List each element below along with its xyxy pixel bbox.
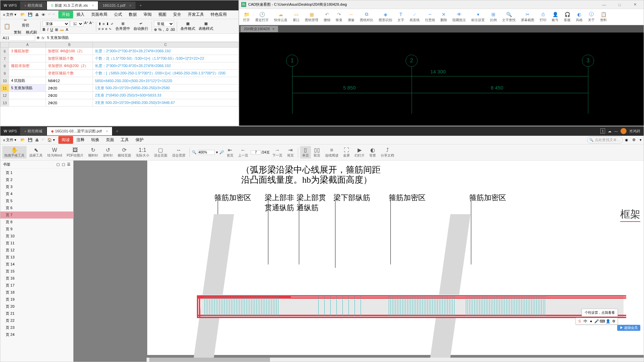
tab-daoke[interactable]: ♦稻壳商城 [20,127,46,135]
page-item[interactable]: 页 18 [0,289,73,296]
wrap-button[interactable]: ↵自动换行 [132,21,150,32]
cad-tool-图纸管理[interactable]: ▦图纸管理 [302,11,321,23]
menu-data[interactable]: 数据 [125,12,140,17]
border-button[interactable]: ⊞ [55,27,58,32]
pdf-tool-逆时针[interactable]: ↺逆时针 [101,146,115,159]
align-top-icon[interactable]: ⬆ [98,22,101,26]
view-icon[interactable]: ◉ [623,138,630,142]
pdf-tool-PDF转图片[interactable]: 🖼PDF转图片 [65,146,86,159]
cad-tool-测量[interactable]: ↔测量 [345,11,357,23]
table-row[interactable]: 9非密区箍筋个数个数：[（5850-200-250-1.5*700*2）/200… [1,70,238,77]
maximize-button[interactable]: □ [613,3,626,7]
cad-tool-图形识别[interactable]: ◈图形识别 [376,11,395,23]
page-item[interactable]: 页 13 [0,254,73,261]
bold-button[interactable]: B [43,27,45,32]
page-item[interactable]: 页 16 [0,275,73,282]
cad-tool-图纸对比[interactable]: ⧉图纸对比 [357,11,376,23]
close-icon[interactable]: × [272,27,274,31]
page-item[interactable]: 页 10 [0,233,73,240]
tab-xls[interactable]: S新建 XLS 工作表.xls× [47,1,98,10]
view-分享文档[interactable]: ⤴分享文档 [379,146,396,159]
page-item[interactable]: 页 2 [0,176,73,183]
save-icon[interactable]: 💾 [26,12,34,17]
page-item[interactable]: 页 11 [0,240,73,247]
pdf-tool-横转页面[interactable]: ⟳横转页面 [116,146,133,159]
cloud-icon[interactable]: ☁ [608,129,611,133]
cad-tool-风格[interactable]: ◐风格 [573,11,585,23]
cad-tool-撤销[interactable]: ↶撤销 [321,11,333,23]
table-row[interactable]: 132Φ203支座 500-20+15*20+(8450-200-250)/3=… [1,99,238,107]
open-icon[interactable]: 📂 [19,138,26,142]
menu-formula[interactable]: 公式 [111,12,125,17]
table-row[interactable]: 63 箍筋加密加密区 Φ8@100（2）长度：2*300+2*700-8*20+… [1,48,238,55]
tab-pdf-active[interactable]: ◆16G101-03…梁平法识图.pdf× [47,127,112,135]
menu-read[interactable]: 阅读 [58,136,73,144]
cad-tool-账号[interactable]: 👤账号 [549,11,561,23]
table-row[interactable]: 8 箍筋非加密非加密区 Φ8@200（2）长度：2*300+2*700-8*20… [1,62,238,70]
italic-button[interactable]: I [47,27,48,32]
cad-tool-打开[interactable]: 📁打开 [240,11,253,23]
page-item[interactable]: 页 14 [0,261,73,268]
cad-tool-屏幕截图[interactable]: ✂屏幕截图 [518,11,537,23]
pdf-tool-实际大小[interactable]: 1:1实际大小 [134,146,151,159]
view-单页[interactable]: ▯单页 [300,146,311,159]
fill-color-icon[interactable]: ▬ [60,27,64,32]
page-item[interactable]: 页 8 [0,219,73,226]
table-row[interactable]: 115 支座加强筋2Φ201支座 500-20+15*20+(5850-200-… [1,84,238,92]
vip-badge[interactable]: ▶ 超级会员 [617,325,640,331]
page-item[interactable]: 页 24 [0,331,73,338]
menu-layout[interactable]: 页面布局 [88,12,111,17]
cad-tool-文字[interactable]: T文字 [395,11,407,23]
pdf-tool-选择工具[interactable]: ⬉选择工具 [27,146,45,159]
align-left-icon[interactable]: ≡ [98,27,100,31]
file-menu[interactable]: ≡ 文件 ▾ [0,12,19,17]
page-item[interactable]: 页 12 [0,247,73,254]
save-icon[interactable]: 💾 [26,138,34,142]
menu-protect[interactable]: 保护 [132,137,147,143]
menu-annotate[interactable]: 注释 [73,137,88,143]
page-item[interactable]: 页 3 [0,183,73,190]
close-button[interactable]: ✕ [628,2,642,7]
menu-tools[interactable]: 工具 [117,137,132,143]
zoom-input[interactable] [198,150,215,155]
menu-start[interactable]: 开始 [58,11,73,18]
view-背景[interactable]: ◐背景 [367,146,378,159]
ime-toolbar[interactable]: S中●🎤⌨👤⚙ [576,318,618,324]
close-icon[interactable]: × [92,3,94,7]
font-color-icon[interactable]: A [66,27,68,32]
cad-tool-快传云盘[interactable]: ☁快传云盘 [271,11,290,23]
page-item[interactable]: 页 19 [0,296,73,303]
tab-add-button[interactable]: + [136,2,145,9]
avatar[interactable] [621,128,627,134]
cad-canvas[interactable]: 1 2 3 14 300 5 850 8 450 [239,33,644,126]
nav-首页[interactable]: ⇤首页 [225,146,235,159]
pdf-tool-顺时针[interactable]: ↻顺时针 [86,146,100,159]
page-item[interactable]: 页 20 [0,303,73,310]
font-select[interactable]: 宋体 [43,21,69,27]
menu-dev[interactable]: 开发工具 [184,12,207,17]
cad-tool-客服[interactable]: 🎧客服 [561,11,573,23]
cad-tool-关于[interactable]: ⓘ关于 [585,11,597,23]
cond-format-button[interactable]: ▦条件格式 [179,21,197,32]
dec-font-icon[interactable]: A⁻ [89,21,94,27]
menu-review[interactable]: 审阅 [140,12,155,17]
page-item[interactable]: 页 23 [0,324,73,331]
cad-file-tab[interactable]: 20#商业180428× [240,26,278,32]
name-box[interactable] [2,35,35,41]
tab-add-button[interactable]: + [113,127,121,135]
page-input[interactable] [251,150,261,155]
sidebar-ctrl-icon[interactable]: ▢ [56,162,60,167]
h-scrollbar[interactable] [147,358,644,362]
inc-font-icon[interactable]: A⁺ [84,21,89,27]
page-item[interactable]: 页 15 [0,268,73,275]
merge-button[interactable]: ⊞合并居中 [114,21,131,32]
page-item[interactable]: 页 4 [0,190,73,197]
paste-button[interactable]: 📋 [2,22,12,30]
page-item[interactable]: 页 6 [0,204,73,212]
cad-tool-隐藏批注[interactable]: 👁隐藏批注 [450,11,469,23]
cad-tool-打印[interactable]: ⎙打印 [537,11,549,23]
gear-icon[interactable]: — [614,129,618,133]
preview-icon[interactable]: 👁 [40,13,47,17]
search-input[interactable]: 🔍 点此查找文本… [587,136,623,143]
square-icon[interactable]: 1 [600,128,605,134]
